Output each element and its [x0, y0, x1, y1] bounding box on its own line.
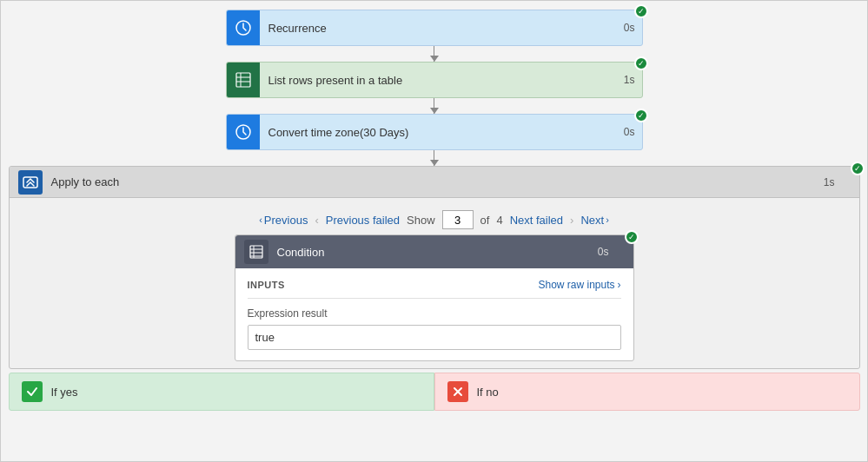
recurrence-time: 0s [617, 22, 642, 34]
show-raw-chevron-icon: › [618, 279, 621, 291]
show-raw-link[interactable]: Show raw inputs › [538, 279, 620, 291]
list-rows-step[interactable]: X List rows present in a table 1s [226, 62, 643, 98]
if-yes-icon [22, 381, 43, 402]
arrow-2 [434, 98, 434, 114]
if-no-branch[interactable]: If no [434, 373, 860, 411]
condition-block: Condition 0s ✓ INPUTS Show raw inputs › [235, 234, 634, 361]
next-failed-label: Next failed [510, 214, 563, 227]
apply-each-check: ✓ [851, 162, 865, 175]
next-label: Next [580, 214, 604, 227]
sep-2: › [570, 214, 573, 227]
convert-time-icon [227, 115, 260, 149]
sep-1: ‹ [315, 214, 318, 227]
recurrence-label: Recurrence [260, 22, 617, 35]
if-yes-branch[interactable]: If yes [9, 373, 434, 411]
recurrence-step[interactable]: Recurrence 0s [226, 10, 643, 46]
previous-chevron-icon: ‹ [259, 214, 262, 225]
apply-each-icon [18, 170, 43, 195]
condition-check: ✓ [625, 230, 639, 244]
total-pages: 4 [496, 214, 502, 227]
of-text: of [480, 214, 490, 227]
previous-failed-label: Previous failed [326, 214, 400, 227]
list-rows-check: ✓ [634, 56, 648, 70]
convert-time-label: Convert time zone(30 Days) [260, 126, 617, 139]
convert-time-time: 0s [617, 126, 642, 138]
condition-label: Condition [277, 246, 325, 259]
arrow-3 [434, 150, 434, 166]
apply-each-header[interactable]: Apply to each 1s [10, 167, 859, 198]
apply-each-time: 1s [824, 176, 835, 188]
next-failed-link[interactable]: Next failed [510, 214, 563, 227]
expression-label: Expression result [248, 307, 621, 320]
if-row: If yes If no [9, 373, 860, 411]
if-no-label: If no [477, 386, 499, 399]
list-rows-label: List rows present in a table [260, 74, 617, 87]
inputs-header: INPUTS Show raw inputs › [248, 279, 621, 299]
apply-each-container: Apply to each 1s ✓ ‹ Previous ‹ Previous… [9, 166, 860, 369]
svg-text:X: X [237, 73, 240, 77]
condition-time: 0s [598, 246, 609, 258]
list-rows-icon: X [227, 63, 260, 97]
list-rows-time: 1s [617, 74, 642, 86]
apply-each-body: ‹ Previous ‹ Previous failed Show of 4 N… [10, 198, 859, 368]
arrow-1 [434, 46, 434, 62]
previous-label: Previous [264, 214, 308, 227]
flow-items: Recurrence 0s ✓ X List rows present in [10, 10, 858, 411]
condition-icon [244, 240, 268, 264]
if-no-icon [447, 381, 468, 402]
inputs-title: INPUTS [248, 280, 285, 290]
convert-time-check: ✓ [634, 109, 648, 122]
next-link[interactable]: Next › [580, 214, 608, 227]
previous-link[interactable]: ‹ Previous [259, 214, 308, 227]
show-raw-label: Show raw inputs [538, 279, 614, 291]
next-chevron-icon: › [606, 214, 609, 225]
convert-time-step[interactable]: Convert time zone(30 Days) 0s [226, 114, 643, 150]
condition-header[interactable]: Condition 0s [235, 235, 633, 268]
recurrence-check: ✓ [634, 4, 648, 18]
show-label: Show [407, 214, 435, 227]
recurrence-icon [227, 10, 260, 45]
expression-value: true [248, 325, 621, 350]
main-container: Recurrence 0s ✓ X List rows present in [0, 0, 868, 462]
apply-each-label: Apply to each [51, 175, 120, 188]
page-input[interactable] [442, 210, 474, 229]
condition-body: INPUTS Show raw inputs › Expression resu… [235, 268, 633, 360]
previous-failed-link[interactable]: Previous failed [326, 214, 400, 227]
pagination-bar: ‹ Previous ‹ Previous failed Show of 4 N… [18, 205, 851, 234]
if-yes-label: If yes [51, 386, 78, 399]
